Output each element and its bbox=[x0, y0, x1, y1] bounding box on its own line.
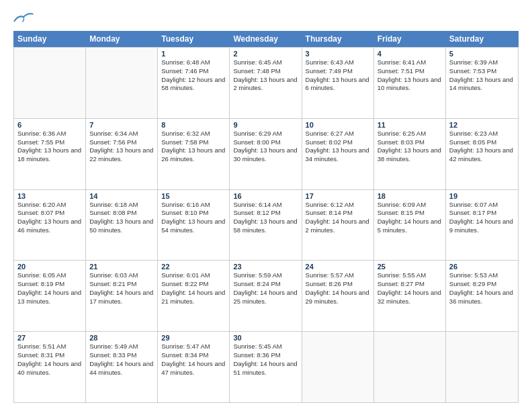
cal-cell: 11Sunrise: 6:25 AM Sunset: 8:03 PM Dayli… bbox=[374, 119, 446, 189]
cell-info: Sunrise: 6:39 AM Sunset: 7:53 PM Dayligh… bbox=[449, 58, 515, 93]
day-number: 13 bbox=[17, 192, 82, 200]
cal-cell: 2Sunrise: 6:45 AM Sunset: 7:48 PM Daylig… bbox=[230, 48, 302, 118]
page: SundayMondayTuesdayWednesdayThursdayFrid… bbox=[0, 0, 532, 411]
cal-cell: 12Sunrise: 6:23 AM Sunset: 8:05 PM Dayli… bbox=[446, 119, 518, 189]
cal-cell: 14Sunrise: 6:18 AM Sunset: 8:08 PM Dayli… bbox=[86, 190, 158, 261]
day-number: 28 bbox=[89, 334, 154, 342]
day-number: 24 bbox=[306, 263, 370, 271]
cal-cell: 25Sunrise: 5:55 AM Sunset: 8:27 PM Dayli… bbox=[374, 261, 446, 331]
day-number: 11 bbox=[378, 121, 442, 129]
day-number: 26 bbox=[449, 263, 515, 271]
day-number: 1 bbox=[161, 50, 226, 58]
day-number: 20 bbox=[17, 263, 82, 271]
cal-cell: 29Sunrise: 5:47 AM Sunset: 8:34 PM Dayli… bbox=[158, 332, 230, 402]
cal-cell: 10Sunrise: 6:27 AM Sunset: 8:02 PM Dayli… bbox=[302, 119, 374, 189]
cell-info: Sunrise: 6:16 AM Sunset: 8:10 PM Dayligh… bbox=[161, 201, 226, 235]
cell-info: Sunrise: 6:18 AM Sunset: 8:08 PM Dayligh… bbox=[89, 201, 154, 235]
cell-info: Sunrise: 6:07 AM Sunset: 8:17 PM Dayligh… bbox=[449, 201, 515, 235]
cal-header-cell: Friday bbox=[374, 32, 446, 46]
cell-info: Sunrise: 6:23 AM Sunset: 8:05 PM Dayligh… bbox=[449, 130, 515, 164]
day-number: 7 bbox=[89, 121, 154, 129]
cell-info: Sunrise: 6:01 AM Sunset: 8:22 PM Dayligh… bbox=[161, 271, 226, 306]
calendar: SundayMondayTuesdayWednesdayThursdayFrid… bbox=[13, 31, 519, 403]
cal-cell: 1Sunrise: 6:48 AM Sunset: 7:46 PM Daylig… bbox=[158, 48, 230, 118]
day-number: 12 bbox=[449, 121, 515, 129]
cal-cell: 20Sunrise: 6:05 AM Sunset: 8:19 PM Dayli… bbox=[14, 261, 86, 331]
day-number: 8 bbox=[161, 121, 226, 129]
cal-cell: 7Sunrise: 6:34 AM Sunset: 7:56 PM Daylig… bbox=[86, 119, 158, 189]
day-number: 21 bbox=[89, 263, 154, 271]
cal-cell: 5Sunrise: 6:39 AM Sunset: 7:53 PM Daylig… bbox=[446, 48, 518, 118]
cell-info: Sunrise: 6:05 AM Sunset: 8:19 PM Dayligh… bbox=[17, 271, 82, 306]
logo-icon bbox=[13, 11, 34, 24]
cal-week-row: 6Sunrise: 6:36 AM Sunset: 7:55 PM Daylig… bbox=[14, 118, 518, 189]
cal-cell: 21Sunrise: 6:03 AM Sunset: 8:21 PM Dayli… bbox=[86, 261, 158, 331]
day-number: 14 bbox=[89, 192, 154, 200]
cell-info: Sunrise: 6:14 AM Sunset: 8:12 PM Dayligh… bbox=[233, 201, 298, 235]
cell-info: Sunrise: 5:59 AM Sunset: 8:24 PM Dayligh… bbox=[233, 271, 298, 306]
cal-cell: 15Sunrise: 6:16 AM Sunset: 8:10 PM Dayli… bbox=[158, 190, 230, 261]
cell-info: Sunrise: 6:36 AM Sunset: 7:55 PM Dayligh… bbox=[17, 130, 82, 164]
calendar-body: 1Sunrise: 6:48 AM Sunset: 7:46 PM Daylig… bbox=[13, 47, 519, 403]
day-number: 29 bbox=[161, 334, 226, 342]
cal-cell bbox=[14, 48, 86, 118]
cal-header-cell: Tuesday bbox=[158, 32, 230, 46]
cal-header-cell: Sunday bbox=[14, 32, 86, 46]
cal-cell: 30Sunrise: 5:45 AM Sunset: 8:36 PM Dayli… bbox=[230, 332, 302, 402]
cell-info: Sunrise: 5:47 AM Sunset: 8:34 PM Dayligh… bbox=[161, 342, 226, 377]
cal-cell bbox=[446, 332, 518, 402]
cal-cell: 27Sunrise: 5:51 AM Sunset: 8:31 PM Dayli… bbox=[14, 332, 86, 402]
cell-info: Sunrise: 6:41 AM Sunset: 7:51 PM Dayligh… bbox=[378, 58, 442, 93]
cell-info: Sunrise: 6:25 AM Sunset: 8:03 PM Dayligh… bbox=[378, 130, 442, 164]
cell-info: Sunrise: 6:48 AM Sunset: 7:46 PM Dayligh… bbox=[161, 58, 226, 93]
cal-cell: 3Sunrise: 6:43 AM Sunset: 7:49 PM Daylig… bbox=[302, 48, 374, 118]
cal-cell: 6Sunrise: 6:36 AM Sunset: 7:55 PM Daylig… bbox=[14, 119, 86, 189]
cell-info: Sunrise: 5:45 AM Sunset: 8:36 PM Dayligh… bbox=[233, 342, 298, 377]
cal-cell: 24Sunrise: 5:57 AM Sunset: 8:26 PM Dayli… bbox=[302, 261, 374, 331]
calendar-header-row: SundayMondayTuesdayWednesdayThursdayFrid… bbox=[13, 31, 519, 47]
cell-info: Sunrise: 6:29 AM Sunset: 8:00 PM Dayligh… bbox=[233, 130, 298, 164]
cal-cell: 26Sunrise: 5:53 AM Sunset: 8:29 PM Dayli… bbox=[446, 261, 518, 331]
cal-cell: 18Sunrise: 6:09 AM Sunset: 8:15 PM Dayli… bbox=[374, 190, 446, 261]
cal-week-row: 13Sunrise: 6:20 AM Sunset: 8:07 PM Dayli… bbox=[14, 189, 518, 261]
day-number: 27 bbox=[17, 334, 82, 342]
cal-week-row: 1Sunrise: 6:48 AM Sunset: 7:46 PM Daylig… bbox=[14, 47, 518, 118]
cell-info: Sunrise: 6:09 AM Sunset: 8:15 PM Dayligh… bbox=[378, 201, 442, 235]
cell-info: Sunrise: 6:43 AM Sunset: 7:49 PM Dayligh… bbox=[306, 58, 370, 93]
cal-cell: 13Sunrise: 6:20 AM Sunset: 8:07 PM Dayli… bbox=[14, 190, 86, 261]
cal-cell: 28Sunrise: 5:49 AM Sunset: 8:33 PM Dayli… bbox=[86, 332, 158, 402]
day-number: 23 bbox=[233, 263, 298, 271]
cell-info: Sunrise: 6:20 AM Sunset: 8:07 PM Dayligh… bbox=[17, 201, 82, 235]
cell-info: Sunrise: 5:49 AM Sunset: 8:33 PM Dayligh… bbox=[89, 342, 154, 377]
cell-info: Sunrise: 6:12 AM Sunset: 8:14 PM Dayligh… bbox=[306, 201, 370, 235]
cal-header-cell: Wednesday bbox=[230, 32, 302, 46]
header bbox=[13, 11, 519, 24]
logo bbox=[13, 11, 36, 24]
cal-header-cell: Saturday bbox=[446, 32, 518, 46]
cell-info: Sunrise: 6:03 AM Sunset: 8:21 PM Dayligh… bbox=[89, 271, 154, 306]
day-number: 3 bbox=[306, 50, 370, 58]
cal-week-row: 20Sunrise: 6:05 AM Sunset: 8:19 PM Dayli… bbox=[14, 260, 518, 331]
cell-info: Sunrise: 6:45 AM Sunset: 7:48 PM Dayligh… bbox=[233, 58, 298, 93]
cal-cell bbox=[86, 48, 158, 118]
cal-cell: 16Sunrise: 6:14 AM Sunset: 8:12 PM Dayli… bbox=[230, 190, 302, 261]
day-number: 4 bbox=[378, 50, 442, 58]
day-number: 6 bbox=[17, 121, 82, 129]
cal-cell: 4Sunrise: 6:41 AM Sunset: 7:51 PM Daylig… bbox=[374, 48, 446, 118]
day-number: 17 bbox=[306, 192, 370, 200]
cell-info: Sunrise: 6:27 AM Sunset: 8:02 PM Dayligh… bbox=[306, 130, 370, 164]
cal-cell: 19Sunrise: 6:07 AM Sunset: 8:17 PM Dayli… bbox=[446, 190, 518, 261]
cal-cell: 9Sunrise: 6:29 AM Sunset: 8:00 PM Daylig… bbox=[230, 119, 302, 189]
cal-cell: 22Sunrise: 6:01 AM Sunset: 8:22 PM Dayli… bbox=[158, 261, 230, 331]
day-number: 15 bbox=[161, 192, 226, 200]
cell-info: Sunrise: 6:34 AM Sunset: 7:56 PM Dayligh… bbox=[89, 130, 154, 164]
day-number: 19 bbox=[449, 192, 515, 200]
day-number: 30 bbox=[233, 334, 298, 342]
cell-info: Sunrise: 5:57 AM Sunset: 8:26 PM Dayligh… bbox=[306, 271, 370, 306]
cell-info: Sunrise: 6:32 AM Sunset: 7:58 PM Dayligh… bbox=[161, 130, 226, 164]
cal-cell: 23Sunrise: 5:59 AM Sunset: 8:24 PM Dayli… bbox=[230, 261, 302, 331]
day-number: 16 bbox=[233, 192, 298, 200]
day-number: 9 bbox=[233, 121, 298, 129]
cal-cell: 17Sunrise: 6:12 AM Sunset: 8:14 PM Dayli… bbox=[302, 190, 374, 261]
cal-cell bbox=[302, 332, 374, 402]
